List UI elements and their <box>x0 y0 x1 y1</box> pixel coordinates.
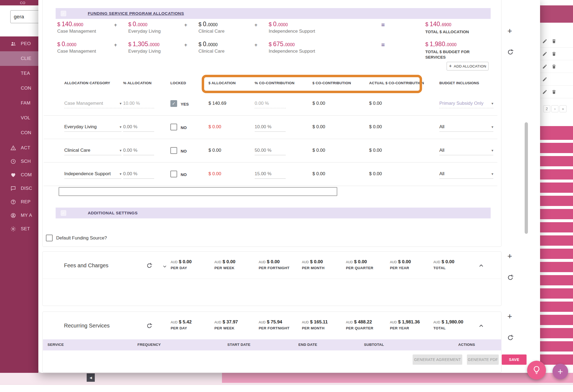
pct-co-contribution-input[interactable]: 0.00 % <box>255 101 286 108</box>
sidebar-item-compliance[interactable]: COM <box>0 168 38 182</box>
pagination-page[interactable]: 2 <box>543 105 550 112</box>
refresh-icon[interactable] <box>146 323 153 329</box>
budget-inclusions-select[interactable]: All ▾ <box>439 124 493 132</box>
pagination-last-icon[interactable]: » <box>559 105 567 112</box>
table-row <box>540 48 573 60</box>
allocation-category-select[interactable]: Case Management ▾ <box>64 101 122 108</box>
period-label: TOTAL <box>433 266 454 270</box>
pct-co-contribution-input[interactable]: 50.00 % <box>255 148 286 155</box>
modal-scrollbar[interactable] <box>525 122 528 234</box>
period-label: PER MONTH <box>302 326 328 330</box>
add-allocation-button[interactable]: + ADD ALLOCATION <box>447 62 488 70</box>
refresh-icon[interactable] <box>146 262 153 269</box>
allocation-category-select[interactable]: Clinical Care ▾ <box>64 148 122 155</box>
actual-co-contribution-value: $ 0.00 <box>369 148 382 153</box>
refresh-icon[interactable] <box>507 274 514 281</box>
sidebar-item-label: SCH <box>21 159 31 164</box>
refresh-icon[interactable] <box>507 49 514 56</box>
section-checkbox-icon[interactable]: ✓ <box>61 210 66 216</box>
pencil-icon[interactable] <box>542 51 547 56</box>
summary-term: $0.0000 Case Management <box>57 40 96 54</box>
pencil-icon[interactable] <box>542 77 547 82</box>
column-header: SERVICE <box>48 343 64 347</box>
additional-settings-title[interactable]: ADDITIONAL SETTINGS <box>88 208 138 218</box>
pct-co-contribution-input[interactable]: 10.00 % <box>255 124 286 132</box>
add-icon[interactable]: + <box>507 252 512 260</box>
fees-col: AUD$ 0.00PER YEAR <box>390 259 411 270</box>
allocation-category-select[interactable]: Everyday Living ▾ <box>64 124 122 132</box>
gear-icon <box>10 226 16 232</box>
sidebar-item-contractors[interactable]: CON <box>0 126 38 140</box>
add-fab-button[interactable]: + <box>552 364 568 379</box>
sidebar-item-settings[interactable]: SET <box>0 222 38 236</box>
save-button[interactable]: SAVE <box>502 354 527 365</box>
sidebar-item-label: REP <box>21 199 31 205</box>
search-input[interactable] <box>10 10 38 23</box>
background-table-rows <box>540 143 573 365</box>
chevron-up-icon[interactable] <box>478 262 484 269</box>
section-checkbox-icon[interactable]: ✓ <box>61 11 66 16</box>
locked-checkbox[interactable] <box>170 147 177 154</box>
locked-checkbox[interactable] <box>170 124 177 130</box>
generate-agreement-button[interactable]: GENERATE AGREEMENT <box>413 354 462 365</box>
co-contribution-value: $ 0.00 <box>312 124 325 130</box>
sidebar-item-my-account[interactable]: MY A <box>0 209 38 222</box>
allocation-category-select[interactable]: Independence Support ▾ <box>64 171 122 179</box>
pencil-icon[interactable] <box>542 64 547 69</box>
default-funding-checkbox[interactable] <box>46 235 53 241</box>
funding-section-title[interactable]: FUNDING SERVICE PROGRAM ALLOCATIONS <box>88 8 184 19</box>
budget-inclusions-select[interactable]: All ▾ <box>439 171 493 179</box>
sidebar-item-clients[interactable]: CLIE <box>0 51 38 66</box>
fees-col: AUD$ 0.00PER DAY <box>171 259 192 270</box>
column-header: START DATE <box>227 343 251 347</box>
trash-icon[interactable] <box>551 39 557 44</box>
sidebar-item-scheduling[interactable]: SCH <box>0 155 38 168</box>
chevron-down-icon: ▾ <box>120 101 122 106</box>
chevron-down-icon: ▾ <box>491 172 493 176</box>
total-label: TOTAL $ BUDGET FOR SERVICES <box>425 49 479 60</box>
sidebar-item-label: ACT <box>21 145 30 151</box>
add-icon[interactable]: + <box>507 312 512 320</box>
amount-int: 1,980. <box>430 40 447 48</box>
pencil-icon[interactable] <box>542 39 547 44</box>
locked-checkbox[interactable] <box>170 171 177 177</box>
sidebar-item-discussions[interactable]: DISC <box>0 182 38 195</box>
pct-allocation-input[interactable]: 10.00 % <box>123 101 154 108</box>
pct-allocation-input: 0.00 % <box>123 171 154 179</box>
sidebar-item-label: FAM <box>21 100 31 106</box>
pct-allocation-input[interactable]: 0.00 % <box>123 148 154 155</box>
budget-inclusions-select[interactable]: All ▾ <box>439 148 493 155</box>
column-header: FREQUENCY <box>137 343 161 347</box>
trash-icon[interactable] <box>551 51 557 56</box>
pagination-next-icon[interactable]: › <box>551 105 558 112</box>
pct-co-contribution-input[interactable]: 15.00 % <box>255 171 286 179</box>
trash-icon[interactable] <box>551 64 557 69</box>
locked-checkbox[interactable]: ✓ <box>170 100 177 107</box>
sidebar-item-volunteers[interactable]: VOL <box>0 111 38 125</box>
background-table-header-bar <box>540 5 573 23</box>
budget-inclusions-select[interactable]: Primary Subsidy Only ▾ <box>439 101 493 108</box>
add-icon[interactable]: + <box>507 27 512 35</box>
trash-icon[interactable] <box>551 89 557 94</box>
pct-allocation-input[interactable]: 0.00 % <box>123 124 154 132</box>
amount-int: 0. <box>203 40 208 48</box>
sidebar-item-family[interactable]: FAM <box>0 96 38 110</box>
sidebar-item-activities[interactable]: ACT <box>0 141 38 155</box>
sidebar-item-reports[interactable]: REP <box>0 195 38 209</box>
summary-total: $140.6900 TOTAL $ ALLOCATION <box>425 21 479 35</box>
currency-code: AUD <box>171 320 177 324</box>
back-arrow-button[interactable]: ◀ <box>87 373 95 382</box>
sidebar-item-people[interactable]: PEO <box>0 36 38 51</box>
pencil-icon[interactable] <box>542 89 547 94</box>
new-allocation-input[interactable] <box>59 187 337 196</box>
sidebar-item-teams[interactable]: TEA <box>0 66 38 81</box>
generate-pdf-button[interactable]: GENERATE PDF <box>467 354 499 365</box>
period-label: PER DAY <box>171 326 192 330</box>
sidebar-item-contacts[interactable]: CON <box>0 81 38 96</box>
chevron-up-icon[interactable] <box>478 323 484 329</box>
period-label: PER QUARTER <box>346 326 373 330</box>
refresh-icon[interactable] <box>507 334 514 341</box>
chevron-down-icon[interactable] <box>162 264 167 269</box>
help-fab-button[interactable] <box>527 361 546 380</box>
select-value: All <box>439 124 444 129</box>
